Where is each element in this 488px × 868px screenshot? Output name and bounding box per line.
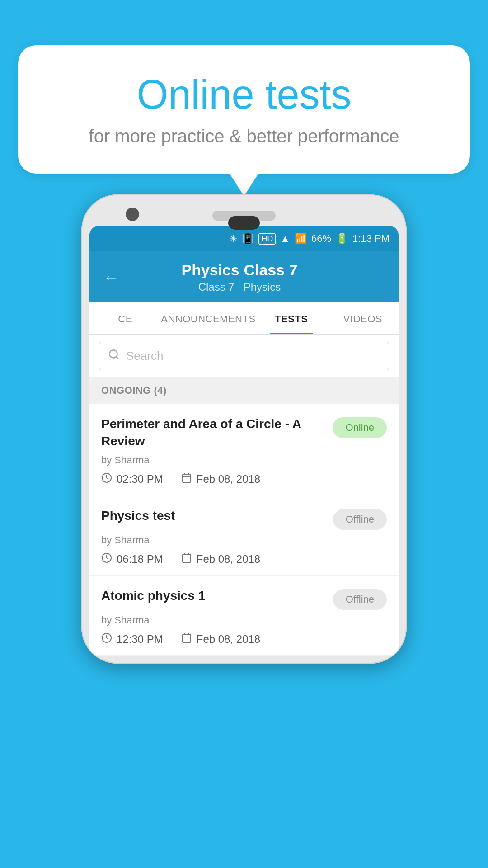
tabs-bar: CE ANNOUNCEMENTS TESTS VIDEOS [89, 302, 399, 335]
phone-top [89, 203, 399, 226]
test-time: 12:30 PM [117, 633, 163, 646]
status-bar: ✳ 📳 HD ▲ 📶 66% 🔋 1:13 PM [89, 226, 399, 251]
phone-home-button [228, 216, 260, 230]
phone-outer: ✳ 📳 HD ▲ 📶 66% 🔋 1:13 PM ← Physics Class… [81, 194, 407, 664]
test-author: by Sharma [101, 614, 387, 626]
search-container: Search [89, 335, 399, 377]
tab-tests[interactable]: TESTS [256, 302, 327, 334]
test-name: Perimeter and Area of a Circle - A Revie… [101, 415, 333, 450]
date-meta: Feb 08, 2018 [181, 632, 260, 646]
svg-rect-3 [183, 474, 191, 482]
header-title-group: Physics Class 7 Class 7 Physics [128, 261, 351, 293]
test-item[interactable]: Atomic physics 1 Offline by Sharma 12:30… [89, 576, 399, 656]
time-meta: 02:30 PM [101, 472, 163, 486]
test-author: by Sharma [101, 454, 387, 466]
time-meta: 06:18 PM [101, 552, 163, 566]
test-name: Physics test [101, 507, 333, 524]
page-title: Physics Class 7 [128, 261, 351, 279]
back-button[interactable]: ← [103, 268, 119, 287]
test-author: by Sharma [101, 534, 387, 546]
tab-ce[interactable]: CE [89, 302, 161, 334]
time-meta: 12:30 PM [101, 632, 163, 646]
search-input-wrap[interactable]: Search [99, 342, 389, 370]
test-meta: 12:30 PM Feb 08, 2018 [101, 632, 387, 646]
tab-announcements[interactable]: ANNOUNCEMENTS [161, 302, 255, 334]
date-meta: Feb 08, 2018 [181, 472, 260, 486]
test-item-top: Physics test Offline [101, 507, 387, 530]
vibrate-icon: 📳 [242, 233, 254, 245]
section-label: ONGOING (4) [101, 385, 167, 396]
svg-rect-13 [183, 634, 191, 642]
test-date: Feb 08, 2018 [197, 633, 260, 646]
test-item[interactable]: Physics test Offline by Sharma 06:18 PM [89, 495, 399, 576]
date-meta: Feb 08, 2018 [181, 552, 260, 566]
test-meta: 02:30 PM Feb 08, 2018 [101, 472, 387, 486]
status-badge: Offline [333, 589, 387, 610]
breadcrumb-subject: Physics [244, 281, 281, 293]
phone-mockup: ✳ 📳 HD ▲ 📶 66% 🔋 1:13 PM ← Physics Class… [81, 194, 407, 664]
test-item-top: Perimeter and Area of a Circle - A Revie… [101, 415, 387, 450]
clock: 1:13 PM [352, 233, 389, 245]
clock-icon [101, 472, 112, 486]
status-icons: ✳ 📳 HD ▲ 📶 66% 🔋 1:13 PM [229, 233, 389, 245]
status-badge: Offline [333, 509, 387, 530]
svg-point-0 [109, 350, 117, 358]
breadcrumb-class: Class 7 [198, 281, 235, 293]
page-breadcrumb: Class 7 Physics [128, 281, 351, 293]
section-header: ONGOING (4) [89, 377, 399, 404]
svg-line-1 [116, 357, 118, 359]
hd-icon: HD [258, 233, 276, 245]
bluetooth-icon: ✳ [229, 233, 237, 245]
search-placeholder: Search [126, 349, 163, 363]
test-time: 06:18 PM [117, 553, 163, 566]
phone-screen: ✳ 📳 HD ▲ 📶 66% 🔋 1:13 PM ← Physics Class… [89, 226, 399, 656]
clock-icon [101, 632, 112, 646]
bubble-title: Online tests [54, 72, 434, 117]
calendar-icon [181, 472, 192, 486]
speech-bubble-section: Online tests for more practice & better … [18, 45, 470, 174]
test-item-top: Atomic physics 1 Offline [101, 587, 387, 610]
app-header: ← Physics Class 7 Class 7 Physics [89, 251, 399, 302]
battery-icon: 🔋 [336, 233, 348, 245]
battery-percent: 66% [311, 233, 331, 245]
status-badge: Online [333, 417, 387, 438]
calendar-icon [181, 552, 192, 566]
speech-bubble: Online tests for more practice & better … [18, 45, 470, 174]
wifi-icon: ▲ [280, 233, 290, 245]
test-meta: 06:18 PM Feb 08, 2018 [101, 552, 387, 566]
test-date: Feb 08, 2018 [197, 553, 260, 566]
calendar-icon [181, 632, 192, 646]
breadcrumb-sep [237, 281, 243, 293]
phone-camera [126, 208, 139, 221]
test-date: Feb 08, 2018 [197, 473, 260, 486]
svg-rect-8 [183, 554, 191, 562]
test-time: 02:30 PM [117, 473, 163, 486]
bubble-subtitle: for more practice & better performance [54, 126, 434, 146]
search-icon [108, 349, 120, 363]
test-name: Atomic physics 1 [101, 587, 333, 604]
test-item[interactable]: Perimeter and Area of a Circle - A Revie… [89, 404, 399, 495]
tab-videos[interactable]: VIDEOS [327, 302, 399, 334]
signal-icon: 📶 [295, 233, 307, 245]
clock-icon [101, 552, 112, 566]
